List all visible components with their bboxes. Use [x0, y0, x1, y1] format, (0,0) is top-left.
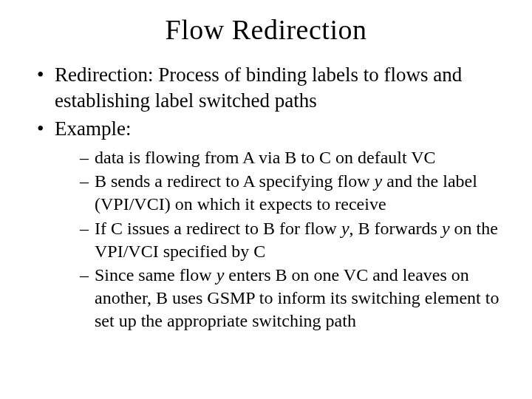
- bullet-item: Example: data is flowing from A via B to…: [37, 116, 510, 332]
- sub-bullet-text: If C issues a redirect to B for flow: [95, 219, 341, 238]
- variable-y: y: [216, 265, 225, 284]
- bullet-item: Redirection: Process of binding labels t…: [37, 62, 510, 113]
- sub-bullet-item: B sends a redirect to A specifying flow …: [80, 170, 510, 215]
- bullet-text: Example:: [55, 117, 131, 140]
- sub-bullet-item: Since same flow y enters B on one VC and…: [80, 264, 510, 332]
- sub-bullet-item: data is flowing from A via B to C on def…: [80, 146, 510, 169]
- sub-bullet-text: B sends a redirect to A specifying flow: [95, 171, 375, 191]
- slide: Flow Redirection Redirection: Process of…: [0, 0, 532, 399]
- slide-title: Flow Redirection: [22, 13, 510, 46]
- variable-y: y: [375, 171, 383, 191]
- bullet-text: Redirection: Process of binding labels t…: [55, 64, 462, 112]
- sub-bullet-list: data is flowing from A via B to C on def…: [55, 146, 510, 332]
- variable-y: y: [341, 219, 349, 238]
- sub-bullet-text: Since same flow: [95, 265, 216, 284]
- sub-bullet-text: , B forwards: [349, 219, 442, 238]
- bullet-list: Redirection: Process of binding labels t…: [22, 62, 510, 332]
- sub-bullet-item: If C issues a redirect to B for flow y, …: [80, 217, 510, 262]
- variable-y: y: [442, 219, 450, 238]
- sub-bullet-text: data is flowing from A via B to C on def…: [95, 148, 436, 167]
